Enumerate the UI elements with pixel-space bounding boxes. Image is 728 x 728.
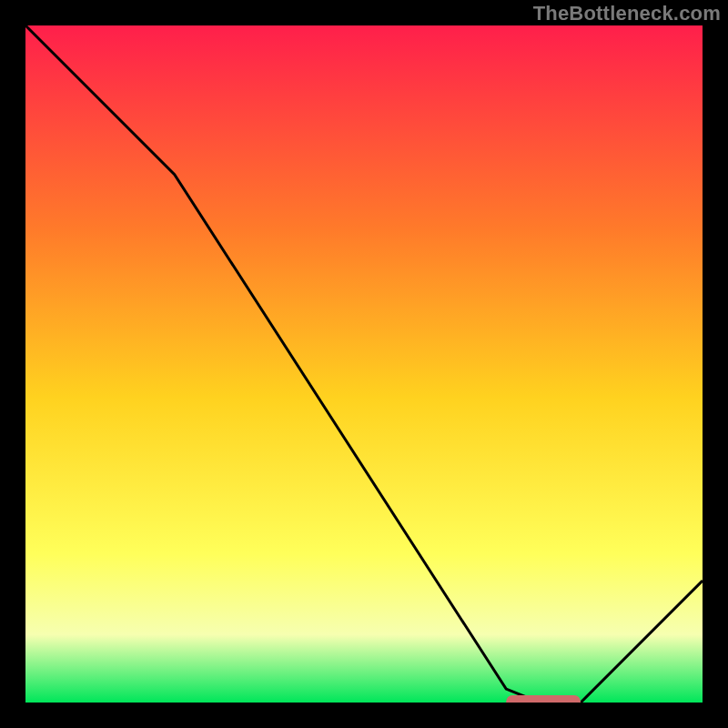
optimal-range-marker: [506, 695, 581, 703]
chart-frame: TheBottleneck.com: [0, 0, 728, 728]
plot-area: [25, 25, 703, 703]
watermark-text: TheBottleneck.com: [533, 2, 721, 25]
bottleneck-curve-chart: [25, 25, 703, 703]
